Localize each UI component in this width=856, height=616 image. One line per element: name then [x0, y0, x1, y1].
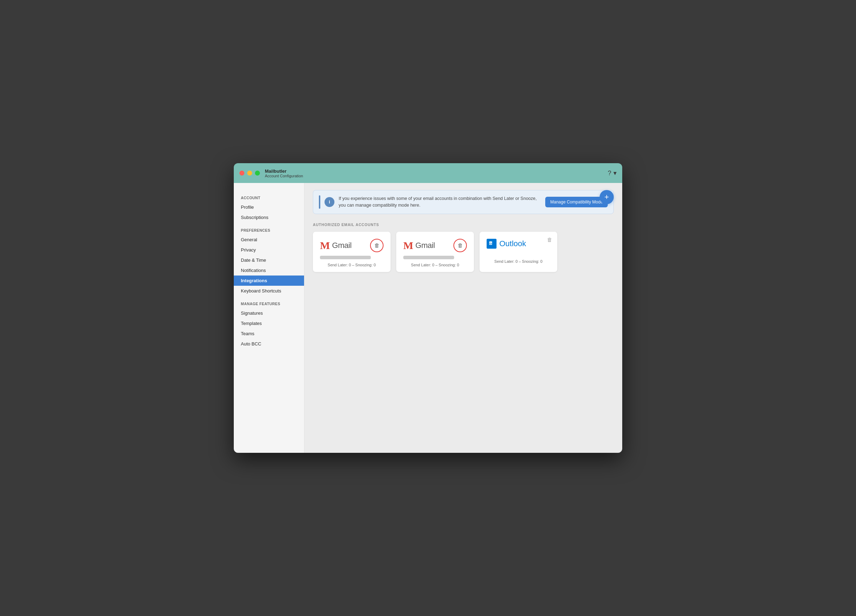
info-banner-text: If you experience issues with some of yo…	[339, 195, 541, 209]
info-icon: i	[325, 197, 334, 207]
sidebar-item-teams[interactable]: Teams	[234, 328, 304, 339]
delete-outlook-button[interactable]: 🗑	[547, 237, 552, 243]
gmail-m-icon-1: M	[320, 240, 330, 251]
trash-icon-2: 🗑	[458, 242, 463, 248]
delete-gmail-2-button[interactable]: 🗑	[453, 239, 467, 252]
app-title: Mailbutler Account Configuration	[265, 168, 303, 178]
titlebar: Mailbutler Account Configuration ? ▾	[234, 163, 622, 183]
gmail-label-1: Gmail	[332, 241, 351, 250]
manage-features-section-label: MANAGE FEATURES	[234, 296, 304, 308]
sidebar-item-templates[interactable]: Templates	[234, 318, 304, 328]
sidebar: ACCOUNT Profile Subscriptions PREFERENCE…	[234, 183, 305, 453]
sidebar-item-integrations[interactable]: Integrations	[234, 276, 304, 286]
sidebar-item-notifications[interactable]: Notifications	[234, 265, 304, 276]
add-account-button[interactable]: +	[600, 190, 614, 204]
card-header-2: M Gmail 🗑	[403, 239, 467, 252]
svg-text:O: O	[490, 242, 491, 245]
maximize-button[interactable]	[255, 171, 260, 176]
svg-rect-2	[491, 242, 494, 245]
delete-gmail-1-button[interactable]: 🗑	[370, 239, 383, 252]
body: ACCOUNT Profile Subscriptions PREFERENCE…	[234, 183, 622, 453]
card-header-1: M Gmail 🗑	[320, 239, 383, 252]
email-card-gmail-1: M Gmail 🗑 Send Later: 0 – Snoozing: 0	[313, 232, 391, 272]
outlook-spacer	[487, 252, 550, 256]
sidebar-item-general[interactable]: General	[234, 234, 304, 245]
traffic-lights	[239, 171, 260, 176]
trash-icon-1: 🗑	[374, 242, 380, 248]
card-stats-2: Send Later: 0 – Snoozing: 0	[403, 263, 467, 267]
sidebar-item-signatures[interactable]: Signatures	[234, 308, 304, 318]
account-section-label: ACCOUNT	[234, 190, 304, 202]
email-card-outlook: O Outlook 🗑 Send Later: 0 – Snoozing: 0	[480, 232, 557, 272]
gmail-logo-2: M Gmail	[403, 240, 435, 251]
gmail-logo-1: M Gmail	[320, 240, 351, 251]
chevron-down-icon[interactable]: ▾	[613, 169, 617, 177]
email-masked-bar-2	[403, 256, 454, 259]
authorized-accounts-title: AUTHORIZED EMAIL ACCOUNTS	[313, 223, 614, 227]
sidebar-item-profile[interactable]: Profile	[234, 202, 304, 212]
app-subtitle: Account Configuration	[265, 174, 303, 178]
email-cards-container: M Gmail 🗑 Send Later: 0 – Snoozing: 0	[313, 232, 614, 272]
gmail-m-icon-2: M	[403, 240, 413, 251]
manage-compatibility-button[interactable]: Manage Compatibility Mode	[545, 197, 608, 207]
outlook-label: Outlook	[499, 239, 526, 248]
sidebar-item-date-time[interactable]: Date & Time	[234, 255, 304, 265]
gmail-label-2: Gmail	[415, 241, 435, 250]
sidebar-item-subscriptions[interactable]: Subscriptions	[234, 212, 304, 223]
sidebar-item-keyboard-shortcuts[interactable]: Keyboard Shortcuts	[234, 286, 304, 296]
outlook-stats: Send Later: 0 – Snoozing: 0	[487, 259, 550, 263]
email-card-gmail-2: M Gmail 🗑 Send Later: 0 – Snoozing: 0	[396, 232, 474, 272]
app-window: Mailbutler Account Configuration ? ▾ ACC…	[234, 163, 622, 453]
main-content: i If you experience issues with some of …	[305, 183, 622, 453]
help-icon[interactable]: ?	[608, 169, 611, 177]
minimize-button[interactable]	[247, 171, 252, 176]
sidebar-item-auto-bcc[interactable]: Auto BCC	[234, 339, 304, 349]
outlook-icon: O	[487, 239, 497, 249]
info-banner: i If you experience issues with some of …	[313, 190, 614, 214]
outlook-logo: O Outlook	[487, 239, 526, 249]
card-stats-1: Send Later: 0 – Snoozing: 0	[320, 263, 383, 267]
app-name: Mailbutler	[265, 168, 303, 174]
email-masked-bar-1	[320, 256, 371, 259]
close-button[interactable]	[239, 171, 244, 176]
sidebar-item-privacy[interactable]: Privacy	[234, 245, 304, 255]
titlebar-right: ? ▾	[608, 169, 617, 177]
preferences-section-label: PREFERENCES	[234, 223, 304, 234]
info-banner-accent	[319, 195, 320, 209]
